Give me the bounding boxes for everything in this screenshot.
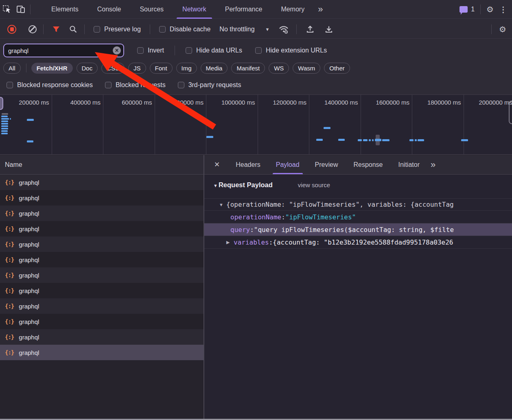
detail-tab-initiator[interactable]: Initiator (393, 155, 425, 174)
chip-doc[interactable]: Doc (77, 63, 98, 74)
import-har-icon[interactable] (303, 22, 317, 36)
request-row[interactable]: {:}graphql (0, 175, 203, 190)
overflow-menu-icon[interactable]: ⋮ (499, 6, 507, 13)
request-row[interactable]: {:}graphql (0, 236, 203, 252)
filter-input[interactable] (8, 47, 109, 54)
payload-tree-row[interactable]: operationName: "ipFlowTimeseries" (204, 211, 512, 223)
network-conditions-icon[interactable] (277, 22, 291, 36)
payload-tree-row[interactable]: ▼{operationName: "ipFlowTimeseries", var… (204, 198, 512, 211)
request-row[interactable]: {:}graphql (0, 190, 203, 206)
dropdown-arrow-icon: ▼ (265, 27, 270, 32)
json-value: "query ipFlowTimeseries($accountTag: str… (254, 226, 454, 234)
filter-option-hide-data-urls[interactable]: Hide data URLs (186, 47, 242, 54)
chip-img[interactable]: Img (176, 63, 197, 74)
filter-toggle-icon[interactable] (49, 22, 63, 36)
detail-tab-headers[interactable]: Headers (230, 155, 266, 174)
chip-font[interactable]: Font (150, 63, 173, 74)
request-row[interactable]: {:}graphql (0, 283, 203, 298)
name-column-header[interactable]: Name (0, 155, 203, 175)
filter-blocked-requests[interactable]: Blocked requests (105, 81, 166, 89)
throttling-select[interactable]: No throttling ▼ (219, 26, 269, 33)
tab-performance[interactable]: Performance (219, 0, 268, 19)
payload-tree-row[interactable]: ▶variables: {accountTag: "b12e3b2192ee55… (204, 236, 512, 249)
request-list-pane: Name {:}graphql{:}graphql{:}graphql{:}gr… (0, 155, 203, 419)
expand-icon[interactable]: ▶ (226, 240, 234, 245)
view-source-link[interactable]: view source (298, 182, 330, 188)
checkbox[interactable] (7, 82, 13, 88)
settings-gear-icon[interactable]: ⚙ (486, 5, 494, 13)
device-toolbar-icon[interactable] (14, 2, 28, 16)
detail-tab-preview[interactable]: Preview (309, 155, 344, 174)
chip-css[interactable]: CSS (101, 63, 125, 74)
issues-badge[interactable]: 1 (459, 6, 475, 13)
network-overview-timeline[interactable]: 200000 ms400000 ms600000 ms800000 ms1000… (0, 94, 512, 155)
filter-blocked-response-cookies[interactable]: Blocked response cookies (7, 81, 93, 89)
timeline-left-handle[interactable] (0, 97, 3, 110)
payload-section-title[interactable]: Request Payload (219, 181, 273, 189)
clear-filter-icon[interactable]: ✕ (113, 46, 121, 55)
payload-tree-row[interactable]: query: "query ipFlowTimeseries($accountT… (204, 223, 512, 236)
waterfall-bar (1, 128, 8, 129)
clear-network-log-icon[interactable] (28, 25, 37, 33)
request-row[interactable]: {:}graphql (0, 206, 203, 221)
timeline-tick-label: 1600000 ms (376, 99, 409, 106)
checkbox[interactable] (178, 82, 184, 88)
chip-ws[interactable]: WS (269, 63, 289, 74)
checkbox[interactable] (94, 26, 100, 33)
preserve-log-checkbox[interactable]: Preserve log (94, 26, 141, 33)
chip-manifest[interactable]: Manifest (231, 63, 265, 74)
section-collapse-icon[interactable]: ▼ (213, 183, 218, 188)
checkbox[interactable] (137, 47, 144, 54)
collapse-icon[interactable]: ▼ (219, 202, 226, 207)
disable-cache-checkbox[interactable]: Disable cache (159, 26, 211, 33)
tab-sources[interactable]: Sources (134, 0, 169, 19)
inspect-element-icon[interactable] (0, 2, 14, 16)
json-braces-icon: {:} (5, 318, 14, 325)
filter-3rd-party-requests[interactable]: 3rd-party requests (178, 81, 241, 89)
search-icon[interactable] (66, 22, 80, 36)
filter-option-invert[interactable]: Invert (137, 47, 164, 54)
timeline-tick-label: 600000 ms (122, 99, 152, 106)
detail-tab-response[interactable]: Response (348, 155, 388, 174)
waterfall-bar (461, 139, 468, 141)
chip-fetch-xhr[interactable]: Fetch/XHR (31, 63, 73, 74)
checkbox[interactable] (105, 82, 112, 88)
tab-console[interactable]: Console (92, 0, 127, 19)
record-network-log-button[interactable] (7, 25, 16, 34)
more-tabs-icon[interactable]: » (318, 5, 323, 14)
checkbox[interactable] (159, 26, 166, 33)
tab-memory[interactable]: Memory (275, 0, 310, 19)
request-row[interactable]: {:}graphql (0, 314, 203, 329)
close-details-icon[interactable]: ✕ (210, 160, 224, 169)
chip-wasm[interactable]: Wasm (293, 63, 320, 74)
request-name: graphql (19, 241, 39, 248)
filter-label: Blocked requests (116, 81, 166, 89)
filter-option-hide-extension-urls[interactable]: Hide extension URLs (255, 47, 327, 54)
checkbox[interactable] (255, 47, 262, 54)
request-row[interactable]: {:}graphql (0, 252, 203, 267)
json-key: query (230, 226, 250, 234)
chip-js[interactable]: JS (128, 63, 146, 74)
chip-media[interactable]: Media (201, 63, 228, 74)
tab-elements[interactable]: Elements (46, 0, 84, 19)
chip-other[interactable]: Other (324, 63, 350, 74)
request-row[interactable]: {:}graphql (0, 267, 203, 283)
waterfall-bar (27, 140, 33, 142)
export-har-icon[interactable] (322, 22, 336, 36)
request-row[interactable]: {:}graphql (0, 329, 203, 345)
more-detail-tabs-icon[interactable]: » (431, 160, 435, 170)
divider (84, 24, 85, 34)
timeline-tick-label: 2000000 ms (479, 99, 512, 106)
payload-section: ▼ Request Payload view source ▼{operatio… (204, 175, 512, 249)
chip-all[interactable]: All (3, 63, 21, 74)
waterfall-bar (375, 139, 381, 141)
request-row[interactable]: {:}graphql (0, 221, 203, 236)
checkbox[interactable] (186, 47, 192, 54)
detail-tab-payload[interactable]: Payload (270, 155, 305, 174)
network-settings-gear-icon[interactable]: ⚙ (499, 25, 506, 33)
tab-network[interactable]: Network (177, 0, 212, 19)
filter-option-label: Hide data URLs (196, 47, 242, 54)
request-row[interactable]: {:}graphql (0, 345, 203, 360)
request-details-pane: ✕ HeadersPayloadPreviewResponseInitiator… (204, 155, 512, 419)
request-row[interactable]: {:}graphql (0, 298, 203, 314)
